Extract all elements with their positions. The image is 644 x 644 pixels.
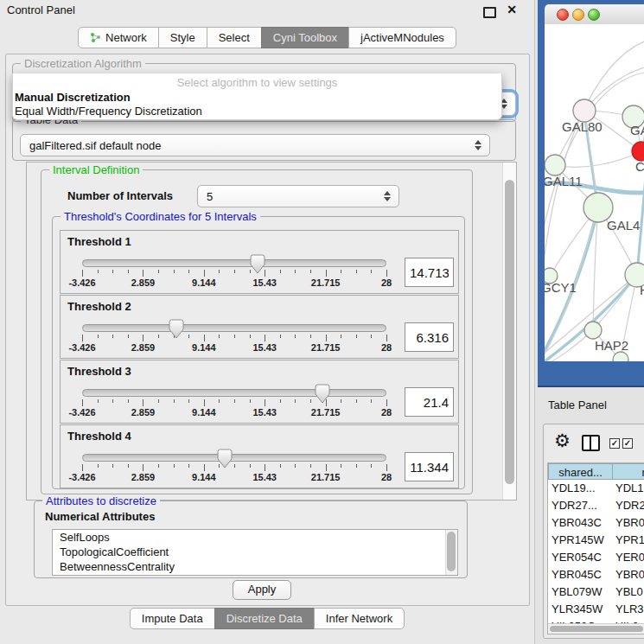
control-panel-titlebar: Control Panel ✕	[0, 0, 534, 21]
node-label: GAL80	[562, 119, 603, 134]
group-title: Interval Definition	[49, 163, 143, 176]
slider-thumb[interactable]	[217, 449, 233, 469]
column-header-shared-name[interactable]: shared...	[548, 463, 613, 480]
list-item[interactable]: BetweennessCentrality	[53, 559, 457, 574]
slider-track[interactable]	[82, 389, 386, 397]
slider-tick-labels: -3.4262.8599.14415.4321.71528	[82, 472, 386, 482]
slider-tick-labels: -3.4262.8599.14415.4321.71528	[82, 277, 386, 288]
slider-thumb[interactable]	[250, 254, 265, 274]
table-row[interactable]: YDR27...YDR2	[548, 497, 644, 514]
list-vertical-scrollbar[interactable]	[445, 530, 457, 575]
tab-jactivemnodules[interactable]: jActiveMNodules	[348, 27, 456, 48]
vertical-scrollbar[interactable]	[502, 163, 516, 500]
horizontal-scrollbar[interactable]	[548, 623, 644, 634]
slider-thumb[interactable]	[169, 319, 184, 339]
tab-discretize-data[interactable]: Discretize Data	[214, 608, 315, 629]
threshold-value-field[interactable]	[405, 387, 454, 417]
threshold-panel: Threshold 2 -3.4262.8599.14415.4321.7152…	[60, 295, 459, 359]
scrollbar-thumb[interactable]	[550, 626, 643, 632]
list-item[interactable]: TopologicalCoefficient	[53, 545, 457, 559]
slider-track[interactable]	[82, 454, 386, 462]
threshold-panel: Threshold 4 -3.4262.8599.14415.4321.7152…	[60, 424, 459, 488]
tab-network[interactable]: Network	[78, 27, 159, 48]
slider-ticks	[82, 464, 386, 472]
table-cell: YDL19...	[548, 480, 612, 497]
list-item[interactable]: SelfLoops	[53, 530, 457, 545]
table-cell: YBL0	[612, 583, 644, 601]
table-row[interactable]: YBR045CYBR0	[548, 566, 644, 583]
table-data-combobox[interactable]: galFiltered.sif default node	[20, 134, 490, 156]
tab-style[interactable]: Style	[158, 27, 207, 48]
split-columns-icon[interactable]	[582, 435, 600, 451]
network-edge[interactable]	[555, 151, 641, 167]
table-row[interactable]: YBL079WYBL0	[548, 583, 644, 601]
tab-select[interactable]: Select	[207, 27, 262, 48]
node-attribute-table: shared... n YDL19...YDL1YDR27...YDR2YBR0…	[547, 462, 644, 634]
attr-items-host: SelfLoopsTopologicalCoefficientBetweenne…	[53, 530, 457, 574]
number-of-intervals-combobox[interactable]: 5	[197, 185, 399, 207]
table-cell: YBR0	[612, 514, 644, 532]
checked-box-icon[interactable]: ✓	[609, 438, 620, 449]
threshold-slider[interactable]: -3.4262.8599.14415.4321.71528	[82, 450, 386, 486]
algorithm-dropdown-popup: Select algorithm to view settings Manual…	[12, 73, 502, 120]
network-window-titlebar[interactable]	[545, 4, 644, 25]
table-cell: YPR145W	[548, 532, 612, 549]
threshold-value-field[interactable]	[405, 322, 454, 352]
table-row[interactable]: YDL19...YDL1	[548, 480, 644, 497]
tab-cyni-toolbox[interactable]: Cyni Toolbox	[261, 27, 349, 48]
table-cell: YLR345W	[548, 601, 612, 618]
tab-impute-data[interactable]: Impute Data	[130, 608, 215, 629]
apply-button[interactable]: Apply	[233, 580, 291, 600]
column-header-name[interactable]: n	[613, 463, 644, 480]
slider-thumb[interactable]	[315, 384, 330, 404]
checked-box-icon[interactable]: ✓	[622, 438, 633, 449]
float-window-icon[interactable]	[483, 7, 496, 18]
thresholds-coordinates-group: Threshold's Coordinates for 5 Intervals …	[52, 216, 465, 489]
node-label: HAP2	[595, 338, 628, 353]
network-node-c[interactable]	[632, 142, 644, 161]
table-row[interactable]: YPR145WYPR1	[548, 532, 644, 549]
threshold-slider[interactable]: -3.4262.8599.14415.4321.71528	[82, 320, 386, 356]
zoom-traffic-light-icon[interactable]	[588, 9, 600, 21]
dropdown-option-manual-discretization[interactable]: Manual Discretization	[13, 91, 503, 104]
table-cell: YER0	[612, 549, 644, 566]
threshold-slider[interactable]: -3.4262.8599.14415.4321.71528	[82, 385, 386, 421]
network-node-gal11[interactable]	[545, 155, 565, 175]
cyni-toolbox-panel: Discretization Algorithm Table Data galF…	[5, 54, 530, 606]
slider-ticks	[82, 270, 386, 277]
close-traffic-light-icon[interactable]	[557, 9, 569, 21]
scrollbar-thumb[interactable]	[447, 532, 456, 571]
scrollbar-thumb[interactable]	[505, 180, 514, 484]
numerical-attributes-list[interactable]: SelfLoopsTopologicalCoefficientBetweenne…	[52, 529, 458, 576]
slider-track[interactable]	[82, 324, 386, 332]
network-node-hap2[interactable]	[584, 322, 602, 339]
table-rows-host: YDL19...YDL1YDR27...YDR2YBR043CYBR0YPR14…	[548, 480, 644, 634]
threshold-label: Threshold 4	[67, 430, 131, 443]
slider-ticks	[82, 335, 386, 342]
threshold-value-field[interactable]	[405, 258, 454, 287]
close-icon[interactable]: ✕	[507, 3, 517, 16]
minimize-traffic-light-icon[interactable]	[572, 9, 584, 21]
combo-arrows-icon	[384, 190, 392, 202]
threshold-slider[interactable]: -3.4262.8599.14415.4321.71528	[82, 255, 386, 291]
dropdown-option-equal-width-frequency[interactable]: Equal Width/Frequency Discretization	[13, 105, 503, 118]
node-label: GA	[630, 123, 644, 137]
gear-icon[interactable]: ⚙	[554, 431, 571, 450]
threshold-value-field[interactable]	[405, 452, 454, 481]
threshold-label: Threshold 1	[67, 235, 131, 248]
table-cell: YDL1	[612, 480, 644, 497]
table-cell: YDR2	[612, 497, 644, 514]
table-row[interactable]: YLR345WYLR3	[548, 601, 644, 618]
table-header-row: shared... n	[548, 463, 644, 480]
table-row[interactable]: YBR043CYBR0	[548, 514, 644, 532]
slider-tick-labels: -3.4262.8599.14415.4321.71528	[82, 407, 386, 418]
tab-infer-network[interactable]: Infer Network	[314, 608, 405, 629]
slider-tick-labels: -3.4262.8599.14415.4321.71528	[82, 342, 386, 353]
table-cell: YER054C	[548, 549, 612, 566]
table-row[interactable]: YER054CYER0	[548, 549, 644, 566]
group-title: Threshold's Coordinates for 5 Intervals	[61, 210, 260, 223]
table-panel-title: Table Panel	[548, 399, 607, 411]
slider-track[interactable]	[82, 259, 386, 267]
number-of-intervals-label: Number of Intervals	[67, 189, 173, 202]
network-canvas[interactable]: GAL80GACGAL11GAL4GCY1HHAP2	[545, 24, 644, 361]
